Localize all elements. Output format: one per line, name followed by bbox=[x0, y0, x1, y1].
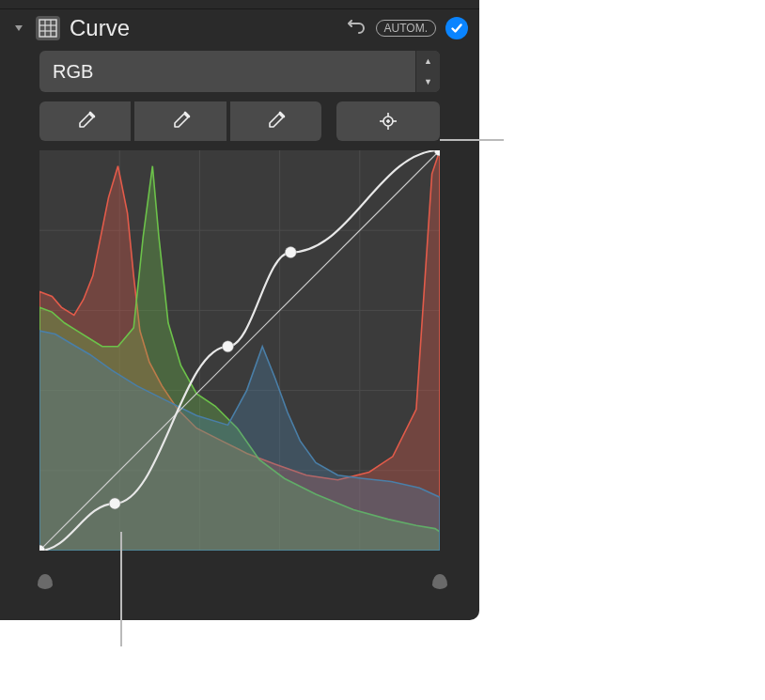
disclosure-triangle-icon[interactable] bbox=[13, 23, 26, 34]
curve-panel: Curve AUTOM. RGB ▲ ▼ bbox=[0, 0, 479, 620]
callout-leader-bottom bbox=[120, 532, 122, 646]
eyedropper-highlights-button[interactable] bbox=[230, 101, 321, 141]
svg-point-28 bbox=[285, 247, 296, 258]
add-point-button[interactable] bbox=[336, 101, 440, 141]
svg-rect-1 bbox=[39, 20, 56, 37]
callout-leader-top bbox=[440, 139, 504, 141]
eyedropper-midtones-button[interactable] bbox=[134, 101, 226, 141]
section-title: Curve bbox=[70, 15, 338, 41]
curves-grid-icon bbox=[36, 16, 60, 40]
svg-marker-0 bbox=[15, 25, 23, 31]
channel-dropdown[interactable]: RGB ▲ ▼ bbox=[39, 51, 440, 92]
dropdown-value: RGB bbox=[53, 61, 93, 83]
dropdown-stepper-icon[interactable]: ▲ ▼ bbox=[415, 51, 440, 92]
svg-point-27 bbox=[222, 341, 233, 352]
white-point-slider[interactable] bbox=[432, 574, 447, 589]
section-header: Curve AUTOM. bbox=[0, 9, 479, 51]
enabled-check-icon[interactable] bbox=[445, 17, 468, 39]
header-actions: AUTOM. bbox=[348, 17, 468, 39]
curve-graph[interactable] bbox=[39, 150, 440, 551]
eyedropper-shadows-button[interactable] bbox=[39, 101, 131, 141]
auto-button[interactable]: AUTOM. bbox=[376, 20, 436, 37]
svg-point-26 bbox=[109, 498, 120, 509]
eyedropper-row bbox=[39, 101, 440, 141]
top-divider bbox=[0, 0, 479, 9]
black-point-slider[interactable] bbox=[38, 574, 53, 589]
undo-icon[interactable] bbox=[348, 18, 367, 39]
